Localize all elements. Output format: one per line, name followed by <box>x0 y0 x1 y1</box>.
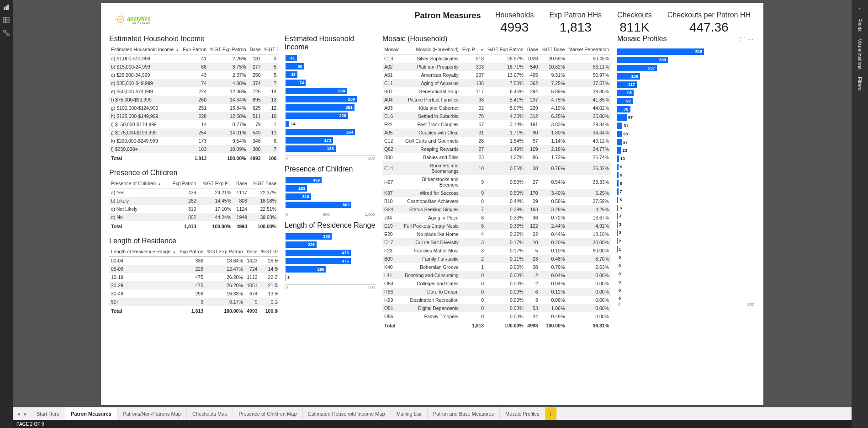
bar-row[interactable]: 310 <box>286 193 375 201</box>
prev-page-icon[interactable]: ◄ <box>16 411 21 417</box>
page-tab[interactable]: Patrons/Non-Patrons Map <box>117 407 187 420</box>
table-row[interactable]: R66Dare to Dream00.00%60.12%0.00% <box>382 288 611 296</box>
bar-row[interactable]: 0 <box>617 294 755 301</box>
table-row[interactable]: G24Status Seeking Singles70.39%1633.26%4… <box>382 205 611 214</box>
bar-row[interactable]: 0 <box>617 278 755 286</box>
table-row[interactable]: A02Platinum Prosperity30316.71%54010.82%… <box>382 63 611 71</box>
bar-row[interactable]: 802 <box>286 201 375 209</box>
column-header[interactable]: %GT Exp Patron <box>205 247 245 257</box>
bar-row[interactable]: 27 <box>617 138 755 146</box>
bar-row[interactable]: 41 <box>286 54 375 62</box>
table-row[interactable]: A01American Royalty23713.07%4659.31%50.9… <box>382 71 611 79</box>
bar-row[interactable]: 475 <box>286 257 375 265</box>
table-row[interactable]: c) $25,000-34,999432.37%2505.01% <box>109 71 278 79</box>
column-header[interactable]: Presence of Children▲ <box>109 179 168 188</box>
bar-row[interactable]: 28 <box>617 130 755 138</box>
children-table[interactable]: Presence of Children▲Exp Patron%GT Exp P… <box>109 179 278 230</box>
bar-row[interactable]: 262 <box>286 184 375 193</box>
page-tab[interactable]: Mosaic Profiles <box>500 407 545 420</box>
income-table[interactable]: Estimated Household Income▲Exp Patron%GT… <box>109 45 278 162</box>
column-header[interactable]: %GT Exp Patron <box>208 45 248 54</box>
bar-row[interactable]: 8 <box>617 179 755 187</box>
bar-row[interactable]: 226 <box>286 241 375 249</box>
bar-row[interactable]: 98 <box>617 89 755 97</box>
table-row[interactable]: d) $35,000-$49,999744.08%3747.49% <box>109 79 278 87</box>
table-row[interactable]: D17Cul de Sac Diversity30.17%100.20%30.0… <box>382 238 611 246</box>
table-row[interactable]: j) $175,000-$199,99925414.01%54911.00% <box>109 128 278 137</box>
pane-tab-fields[interactable]: Fields <box>856 15 863 35</box>
more-icon[interactable]: ⋯ <box>748 37 753 43</box>
bar-row[interactable]: 303 <box>617 56 755 64</box>
table-row[interactable]: c) Not Likely31017.10%112422.51% <box>109 205 278 213</box>
table-row[interactable]: H29Destination Recreation00.00%30.06%0.0… <box>382 296 611 304</box>
pane-tab-visualizations[interactable]: Visualizations <box>856 35 863 73</box>
bar-row[interactable]: 3 <box>617 220 755 229</box>
table-row[interactable]: f) $75,000-$99,99926014.34%69513.92% <box>109 96 278 104</box>
table-row[interactable]: K37Wired for Success90.50%1703.40%5.29% <box>382 189 611 197</box>
bar-row[interactable]: 14 <box>286 120 375 128</box>
model-view-icon[interactable] <box>3 29 10 37</box>
column-header[interactable]: %GT Base <box>540 45 567 54</box>
table-row[interactable]: 05-0922612.47%72414.50% <box>109 265 278 273</box>
table-row[interactable]: b) Likely26214.45%80316.08% <box>109 197 278 205</box>
bar-row[interactable]: 78 <box>617 105 755 113</box>
column-header[interactable]: Exp Patron <box>181 45 208 54</box>
table-row[interactable]: B08Babies and Bliss231.27%861.72%26.74% <box>382 153 611 161</box>
column-header[interactable]: Market Penetration <box>566 45 611 54</box>
column-header[interactable]: Exp Patron <box>178 247 205 257</box>
table-row[interactable]: O51Digital Dependents00.00%531.06%0.00% <box>382 304 611 312</box>
bar-row[interactable]: 74 <box>286 79 375 87</box>
bar-row[interactable]: 6 <box>617 196 755 204</box>
table-row[interactable]: 30-4929616.33%67413.50% <box>109 289 278 298</box>
bar-row[interactable]: 43 <box>286 70 375 79</box>
table-row[interactable]: C14Boomers and Boomerangs100.55%380.76%2… <box>382 161 611 175</box>
table-row[interactable]: C11Aging of Aquarius1367.50%3627.25%37.5… <box>382 79 611 87</box>
bar-row[interactable]: 10 <box>617 155 755 163</box>
column-header[interactable]: Estimated Household Income▲ <box>109 45 181 54</box>
bar-row[interactable]: 7 <box>617 187 755 196</box>
report-view-icon[interactable] <box>3 4 10 11</box>
table-row[interactable]: F22Fast Track Couples573.14%1913.83%29.8… <box>382 120 611 128</box>
children-barchart[interactable]: Presence of Children 439262310802 05001,… <box>285 165 376 217</box>
table-row[interactable]: e) $50,000-$74,99922412.36%72614.54% <box>109 87 278 96</box>
column-header[interactable]: %GT Base <box>263 45 278 54</box>
pane-tab-filters[interactable]: Filters <box>856 73 863 94</box>
table-row[interactable]: g) $100,000-$124,99925113.84%62512.52% <box>109 104 278 112</box>
column-header[interactable]: %GT Exp P... <box>198 179 233 188</box>
bar-row[interactable]: 0 <box>617 270 755 278</box>
bar-row[interactable]: 439 <box>286 176 375 184</box>
bar-row[interactable]: 296 <box>286 265 375 273</box>
residence-table[interactable]: Length of Residence Range▲Exp Patron%GT … <box>109 247 278 315</box>
next-page-icon[interactable]: ► <box>23 411 28 417</box>
table-row[interactable]: 20-2947526.20%105121.05% <box>109 281 278 289</box>
table-row[interactable]: L41Booming and Consuming00.00%20.04%0.00… <box>382 271 611 279</box>
table-row[interactable]: E19Full Pockets Empty Nests60.33%1222.44… <box>382 222 611 230</box>
bar-row[interactable]: 0 <box>617 253 755 262</box>
bar-row[interactable]: 0 <box>617 262 755 270</box>
page-tab[interactable]: Checkouts Map <box>187 407 233 420</box>
table-row[interactable]: a) $1,000-$14,999412.26%1813.63% <box>109 54 278 63</box>
page-tab[interactable]: Presence of Children Map <box>233 407 302 420</box>
table-row[interactable]: H27Birkenstocks and Beemers90.50%270.54%… <box>382 175 611 189</box>
bar-row[interactable]: 31 <box>617 122 755 130</box>
bar-row[interactable]: 228 <box>286 112 375 120</box>
add-page-button[interactable]: + <box>545 407 556 420</box>
bar-row[interactable]: 9 <box>617 163 755 171</box>
column-header[interactable]: %GT Exp Patron <box>486 45 525 54</box>
bar-row[interactable]: 260 <box>286 95 375 103</box>
bar-row[interactable]: 338 <box>286 232 375 241</box>
bar-row[interactable]: 518 <box>617 48 755 56</box>
bar-row[interactable]: 183 <box>286 144 375 153</box>
bar-row[interactable]: 475 <box>286 249 375 257</box>
table-row[interactable]: D16Settled in Suburbia784.30%3126.25%25.… <box>382 112 611 120</box>
column-header[interactable]: %GT Base <box>259 247 278 257</box>
table-row[interactable]: A03Kids and Cabernet925.07%2094.19%44.02… <box>382 104 611 112</box>
column-header[interactable]: Length of Residence Range▲ <box>109 247 178 257</box>
page-tab[interactable]: Patron Measures <box>65 407 117 420</box>
page-tab[interactable]: Estimated Household Income Map <box>303 407 391 420</box>
bar-row[interactable]: 224 <box>286 87 375 95</box>
bar-row[interactable]: 173 <box>286 136 375 144</box>
residence-barchart[interactable]: Length of Residence Range 33822647547529… <box>285 221 376 289</box>
bar-row[interactable]: 6 <box>617 204 755 212</box>
bar-row[interactable]: 3 <box>286 273 375 282</box>
